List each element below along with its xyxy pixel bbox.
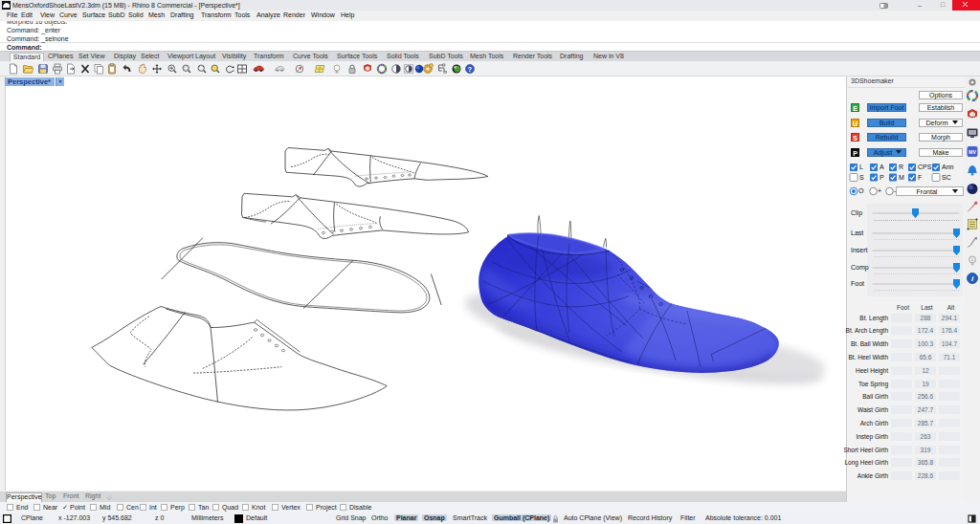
svg-text:?: ? — [468, 66, 472, 73]
svg-text:MV: MV — [969, 149, 976, 155]
